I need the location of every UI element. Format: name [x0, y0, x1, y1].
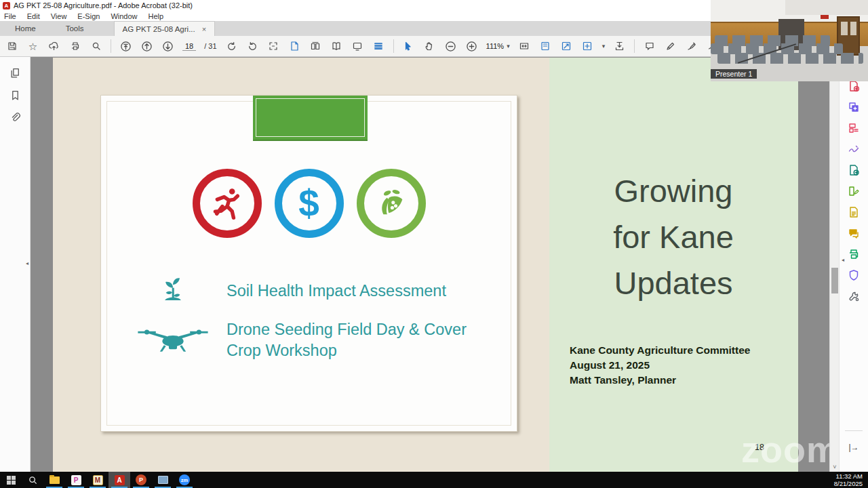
organize-pages-icon[interactable] [848, 122, 860, 134]
search-icon[interactable] [90, 40, 102, 53]
save-icon[interactable] [5, 40, 18, 53]
bullet-list: Soil Health Impact Assessment Drone Seed… [127, 273, 507, 361]
zoom-level-value: 111% [486, 42, 505, 50]
first-page-icon[interactable] [119, 40, 132, 53]
panel-divider [845, 430, 863, 431]
webcam-ceiling [785, 0, 868, 15]
export-pdf-icon[interactable] [848, 164, 860, 176]
cloud-upload-icon[interactable] [47, 40, 60, 53]
file-explorer-icon[interactable] [43, 472, 65, 488]
document-view[interactable]: $ Soil Health Impact Assessment [31, 57, 829, 472]
page-down-icon[interactable] [161, 40, 174, 53]
clock-date: 8/21/2025 [834, 480, 863, 487]
fullscreen-icon[interactable] [560, 40, 573, 53]
tools-panel: |→ ◂ [839, 57, 868, 472]
expand-panel-icon[interactable]: |→ [848, 443, 859, 452]
comment-icon[interactable] [643, 40, 656, 53]
print-icon[interactable] [68, 40, 81, 53]
taskbar-clock[interactable]: 11:32 AM 8/21/2025 [834, 472, 863, 487]
slide-side-panel: Growing for Kane Updates Kane County Agr… [549, 58, 798, 472]
new-page-icon[interactable] [288, 40, 301, 53]
edit-pdf-icon[interactable] [848, 185, 860, 197]
tab-tools[interactable]: Tools [51, 21, 99, 36]
badge-row: $ [101, 169, 517, 238]
page-display-icon[interactable] [581, 40, 594, 53]
attachments-icon[interactable] [9, 111, 22, 124]
webcam-chair-row [717, 53, 863, 68]
page-number-input[interactable]: 18 [182, 42, 196, 51]
menu-view[interactable]: View [51, 12, 67, 20]
zoom-level-control[interactable]: 111% ▾ [486, 42, 510, 50]
zoom-in-icon[interactable] [465, 40, 478, 53]
rotate-ccw-icon[interactable] [246, 40, 259, 53]
fill-and-sign-icon[interactable] [848, 143, 860, 155]
device-app-icon[interactable] [152, 472, 174, 488]
webcam-participant-label: Presenter 1 [711, 69, 757, 79]
list-item: Soil Health Impact Assessment [127, 273, 507, 308]
webcam-video[interactable]: Presenter 1 [711, 0, 868, 81]
menu-help[interactable]: Help [149, 12, 164, 20]
taskbar-search-icon[interactable] [22, 472, 43, 488]
page-total-label: / 31 [204, 42, 216, 50]
acrobat-taskbar-icon[interactable]: A [108, 472, 130, 488]
slide-footer: Kane County Agriculture Committee August… [570, 343, 750, 388]
scroll-down-icon[interactable]: ˅ [830, 464, 840, 470]
close-tab-icon[interactable]: × [202, 25, 206, 33]
start-icon[interactable] [0, 472, 22, 488]
powerpoint-icon[interactable]: P [130, 472, 152, 488]
star-icon[interactable]: ☆ [26, 40, 39, 53]
seedling-icon [127, 273, 218, 308]
rotate-cw-icon[interactable] [225, 40, 238, 53]
screen: A AG PKT 25-08 Agriculture.pdf - Adobe A… [0, 0, 868, 488]
bookmarks-icon[interactable] [9, 89, 22, 102]
zoom-app-icon[interactable]: zm [174, 472, 195, 488]
bullet-text: Soil Health Impact Assessment [226, 281, 484, 302]
thumbnails-icon[interactable] [309, 40, 322, 53]
protect-icon[interactable] [848, 269, 860, 281]
acrobat-pdf-icon: A [3, 2, 10, 9]
send-icon[interactable] [613, 40, 626, 53]
fit-width-icon[interactable] [518, 40, 531, 53]
highlight-icon[interactable] [664, 40, 677, 53]
menu-edit[interactable]: Edit [27, 12, 40, 20]
sign-icon[interactable] [685, 40, 698, 53]
comment-tool-icon[interactable] [848, 227, 860, 239]
menu-window[interactable]: Window [111, 12, 137, 20]
snapshot-icon[interactable] [267, 40, 280, 53]
paint-app-icon[interactable]: P [65, 472, 87, 488]
scan-ocr-icon[interactable] [848, 248, 860, 260]
more-tools-icon[interactable] [848, 290, 860, 302]
request-signatures-icon[interactable] [848, 206, 860, 218]
combine-files-icon[interactable] [848, 101, 860, 113]
slide-title: Growing for Kane Updates [592, 168, 755, 306]
tab-document[interactable]: AG PKT 25-08 Agri... × [114, 21, 216, 36]
two-page-view-icon[interactable] [330, 40, 343, 53]
read-mode-icon[interactable] [351, 40, 364, 53]
select-tool-icon[interactable] [402, 40, 415, 53]
webcam-exit-sign [821, 15, 829, 19]
footer-line: Matt Tansley, Planner [570, 373, 750, 388]
collapse-left-pane-icon[interactable]: ◂ [26, 260, 28, 266]
vertical-scrollbar[interactable]: ˅ [829, 57, 839, 472]
scrollbar-thumb[interactable] [831, 268, 838, 293]
tab-home[interactable]: Home [0, 21, 51, 36]
footer-line: Kane County Agriculture Committee [570, 343, 750, 358]
dollar-icon: $ [275, 169, 344, 238]
fit-page-icon[interactable] [539, 40, 552, 53]
menu-file[interactable]: File [4, 12, 16, 20]
window-title: AG PKT 25-08 Agriculture.pdf - Adobe Acr… [14, 1, 193, 9]
footer-line: August 21, 2025 [570, 358, 750, 373]
page-up-icon[interactable] [140, 40, 153, 53]
zoom-out-icon[interactable] [444, 40, 457, 53]
left-navigation-pane: ◂ [0, 57, 31, 472]
create-pdf-icon[interactable] [848, 80, 860, 92]
scroll-mode-icon[interactable] [372, 40, 385, 53]
drone-icon [127, 324, 218, 357]
display-caret-icon[interactable]: ▾ [602, 43, 606, 49]
menu-esign[interactable]: E-Sign [77, 12, 100, 20]
collapse-tools-pane-icon[interactable]: ◂ [842, 257, 844, 263]
hand-tool-icon[interactable] [423, 40, 436, 53]
page-thumbnails-icon[interactable] [9, 66, 22, 79]
bullet-text: Drone Seeding Field Day & Cover Crop Wor… [226, 319, 484, 361]
m-app-icon[interactable]: M [87, 472, 108, 488]
